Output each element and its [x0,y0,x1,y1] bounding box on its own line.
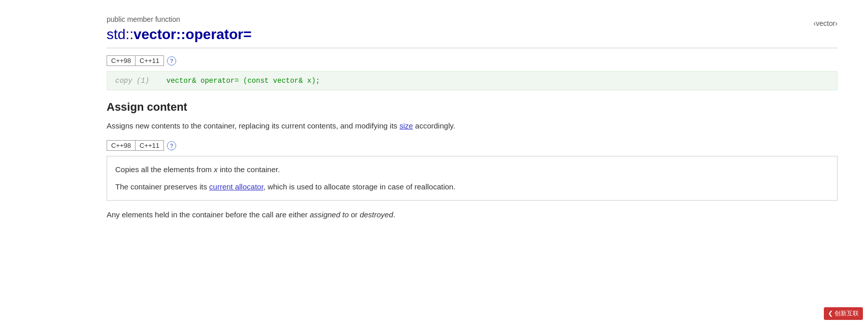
assign-section-title: Assign content [107,101,838,114]
first-tab-cpp11[interactable]: C++11 [135,55,164,66]
desc-box-para2: The container preserves its current allo… [115,181,829,193]
second-tab-cpp98[interactable]: C++98 [107,140,135,151]
assign-desc-post: accordingly. [413,121,455,130]
vector-link[interactable]: ‹vector› [814,15,838,27]
first-code-label: copy (1) [115,77,149,85]
first-tab-cpp98[interactable]: C++98 [107,55,135,66]
watermark-icon: ❮ [828,310,833,317]
para2-pre: The container preserves its [115,182,209,191]
first-code-text: vector& operator= (const vector& x); [166,77,320,85]
current-allocator-link[interactable]: current allocator [209,182,263,191]
first-version-tabs-row: C++98 C++11 ? [107,55,838,66]
bottom-note-italic2: destroyed [360,210,393,219]
second-version-tabs-row: C++98 C++11 ? [107,140,838,151]
title-std: std:: [107,26,133,42]
para1-post: into the container. [218,165,280,174]
second-tab-cpp11[interactable]: C++11 [135,140,164,151]
page-title: std::vector::operator= [107,26,252,43]
assign-desc-pre: Assigns new contents to the container, r… [107,121,399,130]
watermark: ❮ 创新互联 [824,307,863,320]
title-bold: vector::operator= [133,26,252,42]
assign-description: Assigns new contents to the container, r… [107,120,838,132]
public-member-label: public member function [107,15,252,23]
header-row: public member function std::vector::oper… [107,15,838,48]
bottom-note-post: . [393,210,395,219]
para1-pre: Copies all the elements from [115,165,214,174]
desc-box: Copies all the elements from x into the … [107,156,838,201]
first-help-icon[interactable]: ? [167,56,176,66]
para1-italic: x [214,165,218,174]
title-divider [107,48,838,48]
second-help-icon[interactable]: ? [167,141,176,150]
watermark-text: 创新互联 [834,310,859,317]
bottom-note-mid: or [349,210,360,219]
title-block: public member function std::vector::oper… [107,15,252,48]
bottom-note-pre: Any elements held in the container befor… [107,210,310,219]
bottom-note-italic1: assigned to [310,210,349,219]
bottom-note: Any elements held in the container befor… [107,209,838,221]
size-link[interactable]: size [399,121,413,130]
para2-post: , which is used to allocate storage in c… [263,182,456,191]
desc-box-para1: Copies all the elements from x into the … [115,164,829,176]
main-content: public member function std::vector::oper… [107,0,838,221]
first-code-block: copy (1) vector& operator= (const vector… [107,71,838,90]
